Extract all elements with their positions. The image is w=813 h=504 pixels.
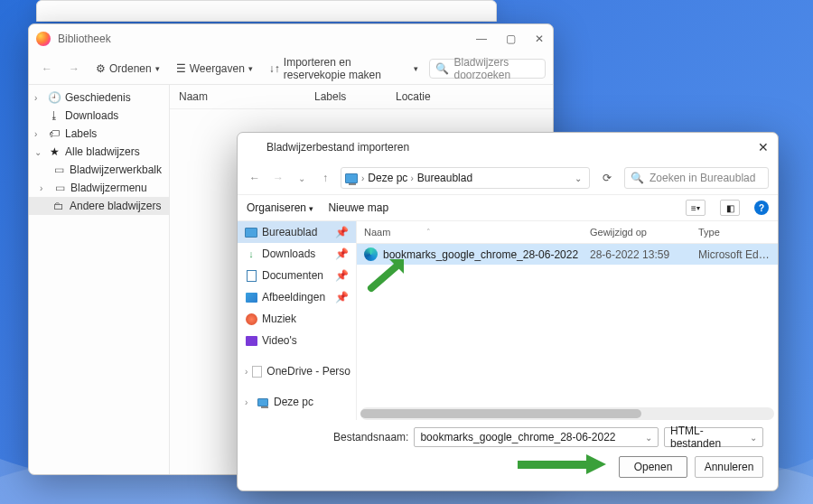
address-bar[interactable]: › Deze pc› Bureaublad ⌄ xyxy=(341,167,590,189)
file-row-selected[interactable]: bookmarks_google_chrome_28-06-2022 28-6-… xyxy=(357,244,778,265)
col-tags[interactable]: Labels xyxy=(314,90,396,103)
download-icon: ↓ xyxy=(245,247,257,260)
pc-icon xyxy=(257,398,268,406)
nav-back[interactable]: ← xyxy=(247,172,263,184)
library-titlebar: Bibliotheek — ▢ ✕ xyxy=(29,24,553,53)
sidebar-bookmarks-menu[interactable]: ›▭ Bladwijzermenu xyxy=(29,179,169,197)
svg-rect-0 xyxy=(518,461,588,469)
maximize-button[interactable]: ▢ xyxy=(504,33,517,45)
pin-icon: 📌 xyxy=(335,269,349,282)
dialog-titlebar: Bladwijzerbestand importeren ✕ xyxy=(238,133,778,162)
tag-icon: 🏷 xyxy=(48,127,61,140)
side-pictures[interactable]: Afbeeldingen📌 xyxy=(238,286,356,308)
gear-icon: ⚙ xyxy=(96,62,106,75)
side-documents[interactable]: Documenten📌 xyxy=(238,265,356,286)
view-preview-button[interactable]: ◧ xyxy=(720,200,740,216)
dialog-title: Bladwijzerbestand importeren xyxy=(266,141,409,154)
nav-forward[interactable]: → xyxy=(270,172,286,184)
back-button[interactable]: ← xyxy=(36,61,58,77)
filename-row: Bestandsnaam: bookmarks_google_chrome_28… xyxy=(238,420,778,453)
filename-label: Bestandsnaam: xyxy=(333,431,408,443)
col-modified[interactable]: Gewijzigd op xyxy=(590,227,698,238)
col-name[interactable]: Naam˄ xyxy=(364,227,590,238)
side-this-pc[interactable]: › Deze pc xyxy=(238,391,356,413)
cancel-button[interactable]: Annuleren xyxy=(695,456,763,478)
address-dropdown[interactable]: ⌄ xyxy=(571,173,585,183)
library-toolbar: ← → ⚙ Ordenen ▾ ☰ Weergaven ▾ ↓↑ Importe… xyxy=(29,53,553,84)
refresh-button[interactable]: ⟳ xyxy=(597,172,617,184)
edge-html-icon xyxy=(364,247,378,261)
history-icon: 🕘 xyxy=(48,91,61,104)
organize-menu[interactable]: Organiseren ▾ xyxy=(247,201,313,214)
file-list: Naam˄ Gewijzigd op Type bookmarks_google… xyxy=(357,221,778,420)
chevron-down-icon: ▾ xyxy=(248,64,253,73)
sidebar-all-bookmarks[interactable]: ⌄★ Alle bladwijzers xyxy=(29,143,169,161)
filename-input[interactable]: bookmarks_google_chrome_28-06-2022 ⌄ xyxy=(414,427,659,447)
col-name[interactable]: Naam xyxy=(179,90,314,103)
side-downloads[interactable]: ↓ Downloads📌 xyxy=(238,243,356,265)
folder-icon: ▭ xyxy=(53,182,66,194)
sidebar-other-bookmarks[interactable]: 🗀 Andere bladwijzers xyxy=(29,197,169,215)
side-music[interactable]: Muziek xyxy=(238,308,356,330)
dialog-organize-row: Organiseren ▾ Nieuwe map ≡ ▾ ◧ ? xyxy=(238,194,778,221)
sidebar-history[interactable]: ›🕘 Geschiedenis xyxy=(29,89,169,107)
sidebar-bookmarks-toolbar[interactable]: ▭ Bladwijzerwerkbalk xyxy=(29,161,169,179)
chevron-down-icon: ▾ xyxy=(414,64,418,73)
open-button[interactable]: Openen xyxy=(619,456,687,478)
file-name: bookmarks_google_chrome_28-06-2022 xyxy=(383,248,578,261)
col-location[interactable]: Locatie xyxy=(396,90,544,103)
filetype-select[interactable]: HTML-bestanden ⌄ xyxy=(664,427,763,447)
minimize-button[interactable]: — xyxy=(475,33,488,45)
horizontal-scrollbar[interactable] xyxy=(360,407,774,420)
file-list-header: Naam˄ Gewijzigd op Type xyxy=(357,221,778,244)
column-headers: Naam Labels Locatie xyxy=(170,85,553,109)
dialog-sidebar: Bureaublad📌 ↓ Downloads📌 Documenten📌 Afb… xyxy=(238,221,357,420)
sidebar-downloads[interactable]: ⭳ Downloads xyxy=(29,107,169,125)
music-icon xyxy=(246,313,257,325)
nav-recent[interactable]: ⌄ xyxy=(294,173,310,183)
breadcrumb-folder[interactable]: Bureaublad xyxy=(417,172,472,184)
side-onedrive[interactable]: › OneDrive - Perso xyxy=(238,360,356,382)
background-window xyxy=(36,0,497,22)
pc-icon xyxy=(345,173,358,183)
sidebar-tags[interactable]: ›🏷 Labels xyxy=(29,125,169,143)
chevron-down-icon: ▾ xyxy=(155,64,160,73)
folder-icon: 🗀 xyxy=(52,200,65,212)
side-desktop[interactable]: Bureaublad📌 xyxy=(238,221,356,243)
folder-icon: ▭ xyxy=(52,163,65,176)
pin-icon: 📌 xyxy=(335,247,349,260)
side-videos[interactable]: Video's xyxy=(238,330,356,351)
annotation-arrow-icon xyxy=(518,454,608,474)
search-icon: 🔍 xyxy=(631,172,644,184)
dialog-nav-row: ← → ⌄ ↑ › Deze pc› Bureaublad ⌄ ⟳ 🔍 Zoek… xyxy=(238,162,778,194)
document-icon xyxy=(247,270,257,282)
new-folder-button[interactable]: Nieuwe map xyxy=(328,201,388,214)
dialog-button-row: Openen Annuleren xyxy=(238,453,778,490)
view-list-button[interactable]: ≡ ▾ xyxy=(686,200,706,216)
organize-button[interactable]: ⚙ Ordenen ▾ xyxy=(90,61,165,77)
file-type: Microsoft Edge HTM… xyxy=(698,248,771,261)
pin-icon: 📌 xyxy=(335,226,349,238)
views-button[interactable]: ☰ Weergaven ▾ xyxy=(171,61,258,77)
desktop-icon xyxy=(245,228,257,238)
forward-button[interactable]: → xyxy=(63,61,85,77)
close-button[interactable]: ✕ xyxy=(533,33,546,45)
dialog-close-button[interactable]: ✕ xyxy=(758,140,769,154)
library-title: Bibliotheek xyxy=(58,33,111,45)
bookmarks-search[interactable]: 🔍 Bladwijzers doorzoeken xyxy=(429,59,546,79)
help-button[interactable]: ? xyxy=(754,201,769,215)
file-open-dialog: Bladwijzerbestand importeren ✕ ← → ⌄ ↑ ›… xyxy=(237,132,779,491)
list-icon: ☰ xyxy=(176,62,186,75)
firefox-icon xyxy=(36,32,51,46)
import-icon: ↓↑ xyxy=(269,62,280,75)
nav-up[interactable]: ↑ xyxy=(317,172,333,184)
import-backup-button[interactable]: ↓↑ Importeren en reservekopie maken ▾ xyxy=(264,54,425,83)
folder-search[interactable]: 🔍 Zoeken in Bureaublad xyxy=(624,167,769,189)
filename-dropdown[interactable]: ⌄ xyxy=(645,433,652,443)
library-sidebar: ›🕘 Geschiedenis ⭳ Downloads ›🏷 Labels ⌄★… xyxy=(29,85,170,474)
breadcrumb-root[interactable]: Deze pc› xyxy=(368,172,413,184)
pin-icon: 📌 xyxy=(335,291,349,303)
scrollbar-thumb[interactable] xyxy=(360,409,641,418)
firefox-icon xyxy=(247,141,259,154)
col-type[interactable]: Type xyxy=(698,227,771,238)
